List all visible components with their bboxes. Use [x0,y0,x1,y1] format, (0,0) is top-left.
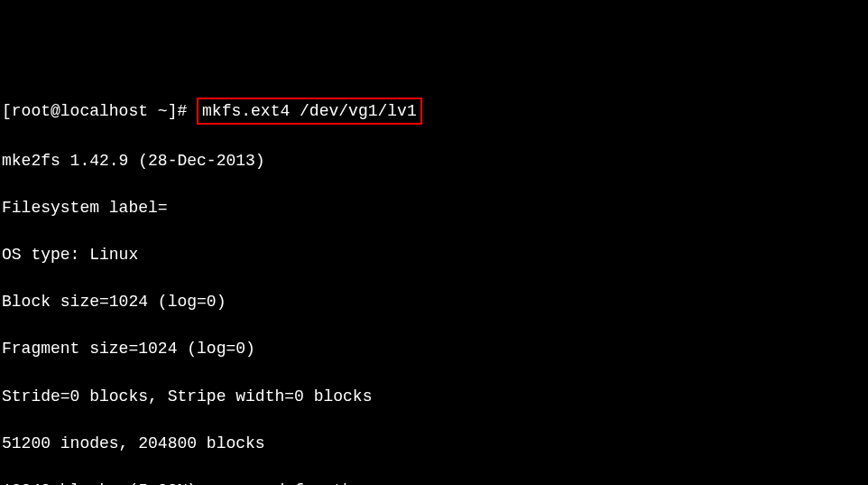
output-line: OS type: Linux [2,243,866,266]
output-line: 10240 blocks (5.00%) reserved for the su… [2,479,866,485]
output-line: Block size=1024 (log=0) [2,290,866,313]
command-line[interactable]: [root@localhost ~]# mkfs.ext4 /dev/vg1/l… [2,98,866,125]
highlighted-command: mkfs.ext4 /dev/vg1/lv1 [197,98,422,125]
shell-prompt: [root@localhost ~]# [2,102,197,120]
output-line: Stride=0 blocks, Stripe width=0 blocks [2,385,866,408]
output-line: Filesystem label= [2,196,866,219]
output-line: Fragment size=1024 (log=0) [2,337,866,360]
output-line: mke2fs 1.42.9 (28-Dec-2013) [2,149,866,173]
output-line: 51200 inodes, 204800 blocks [2,432,866,455]
